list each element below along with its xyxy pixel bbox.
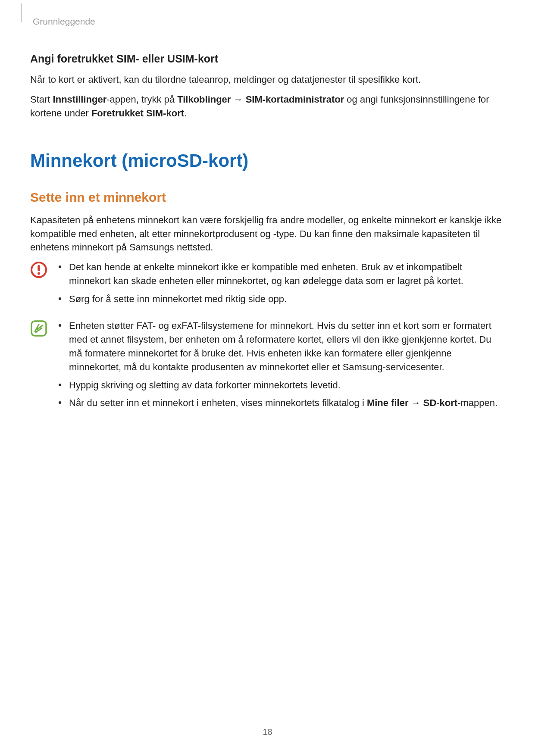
text-fragment: -appen, trykk på xyxy=(106,94,177,105)
bullet-dot-icon xyxy=(59,384,61,386)
bullet-text: Sørg for å sette inn minnekortet med rik… xyxy=(69,292,505,306)
warning-icon xyxy=(30,261,47,278)
text-fragment: Start xyxy=(30,94,53,105)
bullet-dot-icon xyxy=(59,297,61,300)
warning-block: Det kan hende at enkelte minnekort ikke … xyxy=(30,260,505,310)
bullet-item: Enheten støtter FAT- og exFAT-filsysteme… xyxy=(59,319,505,374)
bullet-text: Det kan hende at enkelte minnekort ikke … xyxy=(69,260,505,288)
para-sim-1: Når to kort er aktivert, kan du tilordne… xyxy=(30,73,505,87)
text-bold: Foretrukket SIM-kort xyxy=(91,108,184,119)
page-content: Grunnleggende Angi foretrukket SIM- elle… xyxy=(0,0,535,414)
bullet-item: Når du setter inn et minnekort i enheten… xyxy=(59,396,505,410)
para-memory: Kapasiteten på enhetens minnekort kan væ… xyxy=(30,213,505,255)
bullet-item: Sørg for å sette inn minnekortet med rik… xyxy=(59,292,505,306)
warning-content: Det kan hende at enkelte minnekort ikke … xyxy=(59,260,505,310)
bullet-item: Hyppig skriving og sletting av data fork… xyxy=(59,378,505,392)
bullet-text: Når du setter inn et minnekort i enheten… xyxy=(69,396,505,410)
text-bold: SD-kort xyxy=(423,397,457,408)
bullet-item: Det kan hende at enkelte minnekort ikke … xyxy=(59,260,505,288)
bullet-text: Hyppig skriving og sletting av data fork… xyxy=(69,378,505,392)
text-bold: Tilkoblinger xyxy=(177,94,231,105)
note-icon xyxy=(30,320,47,337)
note-block: Enheten støtter FAT- og exFAT-filsysteme… xyxy=(30,319,505,414)
bullet-dot-icon xyxy=(59,324,61,327)
text-bold: SIM-kortadministrator xyxy=(246,94,344,105)
bullet-dot-icon xyxy=(59,401,61,404)
svg-point-2 xyxy=(38,272,40,275)
heading-2: Sette inn et minnekort xyxy=(30,190,505,205)
text-fragment: Når du setter inn et minnekort i enheten… xyxy=(69,397,367,408)
bullet-text: Enheten støtter FAT- og exFAT-filsysteme… xyxy=(69,319,505,374)
subheading-sim: Angi foretrukket SIM- eller USIM-kort xyxy=(30,53,505,65)
arrow-glyph: → xyxy=(231,94,245,105)
text-fragment: . xyxy=(184,108,187,119)
svg-rect-1 xyxy=(38,265,40,271)
text-bold: Mine filer xyxy=(367,397,409,408)
bullet-dot-icon xyxy=(59,266,61,268)
arrow-glyph: → xyxy=(408,397,423,408)
note-content: Enheten støtter FAT- og exFAT-filsysteme… xyxy=(59,319,505,414)
text-fragment: -mappen. xyxy=(457,397,497,408)
text-bold: Innstillinger xyxy=(53,94,107,105)
para-sim-2: Start Innstillinger-appen, trykk på Tilk… xyxy=(30,93,505,120)
page-number: 18 xyxy=(0,727,535,737)
chapter-label: Grunnleggende xyxy=(33,16,505,27)
header-accent-line xyxy=(21,3,22,22)
heading-1: Minnekort (microSD-kort) xyxy=(30,150,505,171)
